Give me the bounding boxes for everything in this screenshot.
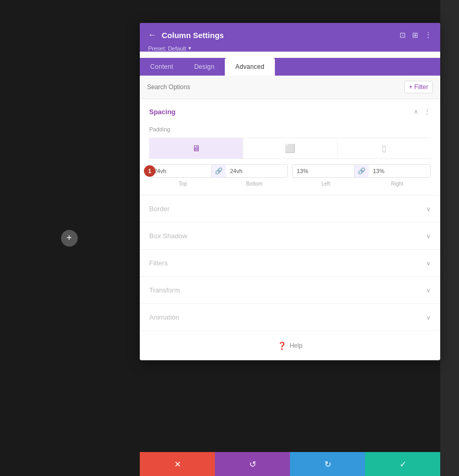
device-tab-desktop[interactable]: 🖥 bbox=[149, 138, 243, 158]
border-title: Border bbox=[149, 205, 170, 213]
left-right-group: 🔗 bbox=[292, 164, 431, 178]
cancel-button[interactable]: ✕ bbox=[140, 452, 215, 476]
help-row[interactable]: ❓ Help bbox=[140, 331, 440, 360]
device-tabs: 🖥 ⬜ ▯ bbox=[149, 138, 431, 159]
add-element-button[interactable]: + bbox=[61, 230, 78, 247]
top-label: Top bbox=[149, 181, 216, 187]
tab-bar: Content Design Advanced bbox=[140, 58, 440, 76]
bottom-bar: ✕ ↺ ↻ ✓ bbox=[140, 452, 440, 476]
right-label: Right bbox=[364, 181, 431, 187]
mobile-icon: ▯ bbox=[382, 143, 386, 153]
padding-left-input[interactable] bbox=[293, 165, 354, 177]
filters-chevron-icon: ∨ bbox=[426, 260, 431, 267]
filters-title: Filters bbox=[149, 259, 167, 267]
undo-button[interactable]: ↺ bbox=[215, 452, 290, 476]
title-row: ← Column Settings ⊡ ⊞ ⋮ bbox=[148, 30, 432, 40]
title-actions: ⊡ ⊞ ⋮ bbox=[400, 31, 432, 39]
spacing-section: Spacing ∧ ⋮ Padding 🖥 ⬜ ▯ bbox=[140, 99, 440, 196]
tablet-icon: ⬜ bbox=[285, 143, 295, 153]
tab-content[interactable]: Content bbox=[140, 58, 184, 76]
left-label: Left bbox=[292, 181, 359, 187]
animation-section[interactable]: Animation ∨ bbox=[140, 304, 440, 331]
help-label: Help bbox=[289, 342, 303, 349]
box-shadow-chevron-icon: ∨ bbox=[426, 233, 431, 240]
preset-arrow[interactable]: ▾ bbox=[188, 45, 191, 52]
filter-button[interactable]: + Filter bbox=[404, 81, 433, 93]
panel-header: ← Column Settings ⊡ ⊞ ⋮ Preset: Default … bbox=[140, 23, 440, 52]
search-row: + Filter bbox=[140, 76, 440, 99]
bottom-label: Bottom bbox=[221, 181, 288, 187]
device-tab-mobile[interactable]: ▯ bbox=[337, 138, 431, 158]
tab-design[interactable]: Design bbox=[184, 58, 225, 76]
more-icon[interactable]: ⋮ bbox=[425, 31, 432, 39]
top-bottom-group: 🔗 bbox=[149, 164, 288, 178]
panel-content: Spacing ∧ ⋮ Padding 🖥 ⬜ ▯ bbox=[140, 99, 440, 360]
help-icon: ❓ bbox=[277, 341, 286, 350]
transform-title: Transform bbox=[149, 286, 180, 294]
border-chevron-icon: ∨ bbox=[426, 205, 431, 213]
desktop-icon: 🖥 bbox=[192, 144, 200, 153]
tab-advanced[interactable]: Advanced bbox=[225, 58, 275, 76]
animation-title: Animation bbox=[149, 313, 179, 321]
padding-inputs: 1 🔗 🔗 bbox=[149, 164, 431, 178]
padding-label: Padding bbox=[140, 124, 440, 138]
filters-section[interactable]: Filters ∨ bbox=[140, 250, 440, 277]
preset-row: Preset: Default ▾ bbox=[148, 45, 432, 52]
link-top-bottom-icon[interactable]: 🔗 bbox=[211, 165, 226, 177]
spacing-section-header[interactable]: Spacing ∧ ⋮ bbox=[140, 99, 440, 124]
title-left: ← Column Settings bbox=[148, 30, 224, 40]
badge-indicator: 1 bbox=[144, 165, 155, 177]
column-settings-panel: ← Column Settings ⊡ ⊞ ⋮ Preset: Default … bbox=[140, 23, 440, 360]
padding-labels: Top Bottom Left Right bbox=[149, 181, 431, 187]
transform-chevron-icon: ∨ bbox=[426, 287, 431, 294]
save-button[interactable]: ✓ bbox=[365, 452, 440, 476]
padding-bottom-input[interactable] bbox=[226, 165, 287, 177]
search-input[interactable] bbox=[147, 83, 400, 91]
padding-right-input[interactable] bbox=[369, 165, 430, 177]
redo-button[interactable]: ↻ bbox=[290, 452, 365, 476]
spacing-collapse-icon[interactable]: ∧ bbox=[414, 108, 418, 115]
border-section[interactable]: Border ∨ bbox=[140, 196, 440, 223]
box-shadow-title: Box Shadow bbox=[149, 232, 187, 240]
back-icon[interactable]: ← bbox=[148, 30, 156, 40]
right-panel-area bbox=[440, 0, 459, 476]
spacing-more-icon[interactable]: ⋮ bbox=[424, 107, 431, 116]
columns-icon[interactable]: ⊞ bbox=[412, 31, 418, 39]
device-tab-tablet[interactable]: ⬜ bbox=[243, 138, 337, 158]
panel-title: Column Settings bbox=[162, 31, 224, 40]
screen-icon[interactable]: ⊡ bbox=[400, 31, 406, 39]
spacing-actions: ∧ ⋮ bbox=[414, 107, 431, 116]
animation-chevron-icon: ∨ bbox=[426, 314, 431, 321]
canvas-area: + bbox=[0, 0, 138, 476]
preset-label[interactable]: Preset: Default bbox=[148, 45, 186, 52]
box-shadow-section[interactable]: Box Shadow ∨ bbox=[140, 223, 440, 250]
padding-top-input[interactable] bbox=[150, 165, 211, 177]
link-left-right-icon[interactable]: 🔗 bbox=[354, 165, 369, 177]
spacing-title: Spacing bbox=[149, 108, 176, 116]
transform-section[interactable]: Transform ∨ bbox=[140, 277, 440, 304]
